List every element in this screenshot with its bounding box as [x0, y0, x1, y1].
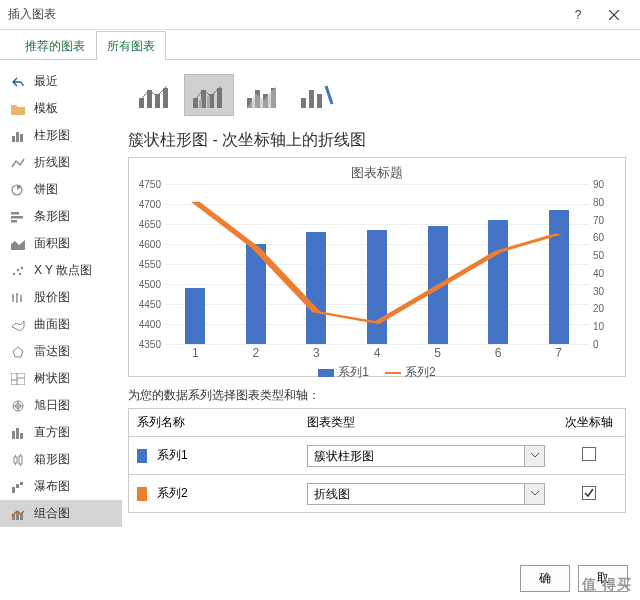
- chart-title: 图表标题: [137, 164, 617, 182]
- stock-chart-icon: [10, 290, 26, 306]
- secondary-axis-checkbox[interactable]: [582, 447, 596, 461]
- svg-rect-20: [16, 484, 19, 488]
- sidebar-item-label: 曲面图: [34, 316, 70, 333]
- sidebar-item-label: 折线图: [34, 154, 70, 171]
- svg-rect-5: [11, 216, 23, 219]
- treemap-icon: [10, 371, 26, 387]
- sidebar-item-label: 瀑布图: [34, 478, 70, 495]
- svg-rect-32: [217, 88, 222, 108]
- svg-point-9: [21, 266, 23, 268]
- close-button[interactable]: [596, 3, 632, 27]
- svg-rect-19: [12, 487, 15, 493]
- series-row: 系列1簇状柱形图: [129, 437, 625, 475]
- svg-rect-34: [207, 96, 210, 108]
- tab-bar: 推荐的图表 所有图表: [0, 30, 640, 60]
- svg-rect-6: [11, 220, 17, 223]
- dialog-title: 插入图表: [8, 6, 560, 23]
- sidebar-item-radar[interactable]: 雷达图: [0, 338, 122, 365]
- svg-rect-16: [20, 433, 23, 439]
- sidebar-item-sunburst[interactable]: 旭日图: [0, 392, 122, 419]
- sidebar-item-label: 柱形图: [34, 127, 70, 144]
- sidebar-item-scatter[interactable]: X Y 散点图: [0, 257, 122, 284]
- svg-point-8: [17, 268, 19, 270]
- subtype-4[interactable]: [292, 74, 342, 116]
- area-chart-icon: [10, 236, 26, 252]
- sidebar-item-area[interactable]: 面积图: [0, 230, 122, 257]
- svg-rect-21: [20, 482, 23, 485]
- sidebar-item-histogram[interactable]: 直方图: [0, 419, 122, 446]
- chart-preview[interactable]: 图表标题 43504400445045004550460046504700475…: [128, 157, 626, 377]
- subtype-thumbnails: [130, 74, 626, 116]
- sidebar-item-label: 组合图: [34, 505, 70, 522]
- radar-chart-icon: [10, 344, 26, 360]
- scatter-chart-icon: [10, 263, 26, 279]
- waterfall-icon: [10, 479, 26, 495]
- chart-type-select[interactable]: 折线图: [307, 483, 545, 505]
- svg-rect-33: [199, 100, 202, 108]
- sidebar-item-waterfall[interactable]: 瀑布图: [0, 473, 122, 500]
- sidebar-item-surface[interactable]: 曲面图: [0, 311, 122, 338]
- sidebar-item-line[interactable]: 折线图: [0, 149, 122, 176]
- tab-all[interactable]: 所有图表: [96, 31, 166, 60]
- ok-button[interactable]: 确: [520, 565, 570, 592]
- sidebar-item-combo[interactable]: 组合图: [0, 500, 122, 527]
- sidebar-item-label: X Y 散点图: [34, 262, 92, 279]
- folder-icon: [10, 101, 26, 117]
- sidebar-item-label: 模板: [34, 100, 58, 117]
- sidebar-item-templates[interactable]: 模板: [0, 95, 122, 122]
- sidebar-item-recent[interactable]: 最近: [0, 68, 122, 95]
- svg-point-7: [13, 272, 15, 274]
- column-chart-icon: [10, 128, 26, 144]
- sidebar-item-boxplot[interactable]: 箱形图: [0, 446, 122, 473]
- svg-rect-39: [301, 98, 306, 108]
- close-icon: [609, 10, 619, 20]
- svg-rect-1: [16, 132, 19, 142]
- secondary-axis-checkbox[interactable]: [582, 486, 596, 500]
- sidebar-item-label: 箱形图: [34, 451, 70, 468]
- svg-rect-2: [20, 134, 23, 142]
- sidebar-item-pie[interactable]: 饼图: [0, 176, 122, 203]
- sidebar-item-label: 股价图: [34, 289, 70, 306]
- histogram-icon: [10, 425, 26, 441]
- tab-recommended[interactable]: 推荐的图表: [14, 31, 96, 60]
- legend-series-2: 系列2: [385, 364, 436, 381]
- svg-point-10: [19, 272, 21, 274]
- combo-chart-icon: [10, 506, 26, 522]
- surface-chart-icon: [10, 317, 26, 333]
- subtype-2[interactable]: [184, 74, 234, 116]
- sidebar-item-label: 旭日图: [34, 397, 70, 414]
- sidebar-item-label: 树状图: [34, 370, 70, 387]
- svg-rect-11: [11, 373, 25, 385]
- sidebar-item-bar[interactable]: 条形图: [0, 203, 122, 230]
- series-config-label: 为您的数据系列选择图表类型和轴：: [128, 387, 626, 404]
- svg-rect-0: [12, 136, 15, 142]
- svg-rect-17: [14, 457, 17, 463]
- col-header-type: 图表类型: [299, 409, 553, 436]
- svg-rect-14: [12, 431, 15, 439]
- sidebar-item-label: 雷达图: [34, 343, 70, 360]
- subtype-3[interactable]: [238, 74, 288, 116]
- sidebar-item-treemap[interactable]: 树状图: [0, 365, 122, 392]
- undo-icon: [10, 74, 26, 90]
- bar-chart-icon: [10, 209, 26, 225]
- col-header-secondary: 次坐标轴: [553, 409, 625, 436]
- pie-chart-icon: [10, 182, 26, 198]
- svg-rect-40: [309, 90, 314, 108]
- help-button[interactable]: ?: [560, 3, 596, 27]
- chart-type-select[interactable]: 簇状柱形图: [307, 445, 545, 467]
- sidebar-item-column[interactable]: 柱形图: [0, 122, 122, 149]
- chevron-down-icon: [525, 483, 545, 505]
- legend-series-1: 系列1: [318, 364, 369, 381]
- sidebar-item-label: 条形图: [34, 208, 70, 225]
- series-name: 系列1: [157, 448, 188, 462]
- chart-heading: 簇状柱形图 - 次坐标轴上的折线图: [128, 130, 626, 151]
- sidebar-item-label: 面积图: [34, 235, 70, 252]
- subtype-1[interactable]: [130, 74, 180, 116]
- svg-rect-26: [147, 90, 152, 108]
- svg-rect-18: [19, 456, 22, 464]
- sidebar-item-label: 直方图: [34, 424, 70, 441]
- sidebar-item-stock[interactable]: 股价图: [0, 284, 122, 311]
- svg-rect-41: [317, 94, 322, 108]
- col-header-name: 系列名称: [129, 409, 299, 436]
- series-name: 系列2: [157, 486, 188, 500]
